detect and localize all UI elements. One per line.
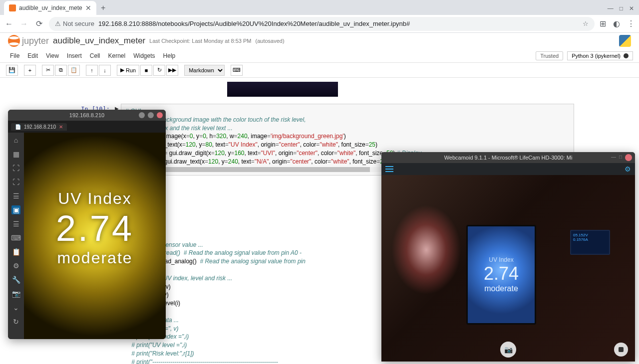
maximize-icon[interactable] <box>148 112 154 118</box>
restart-run-all-button[interactable]: ▶▶ <box>166 65 178 76</box>
menubar: File Edit View Insert Cell Kernel Widget… <box>0 49 639 63</box>
menu-help[interactable]: Help <box>159 52 180 59</box>
capture-button[interactable]: 📷 <box>500 342 516 358</box>
profile-icon[interactable]: ◐ <box>613 19 620 28</box>
cell-type-select[interactable]: Markdown <box>184 65 225 76</box>
menu-cell[interactable]: Cell <box>86 52 104 59</box>
cut-button[interactable]: ✂ <box>42 65 54 76</box>
back-button[interactable]: ← <box>4 19 14 29</box>
vnc-title: 192.168.8.210 <box>69 112 104 118</box>
restart-button[interactable]: ↻ <box>153 65 165 76</box>
url-text: 192.168.8.210:8888/notebooks/Projects/Au… <box>98 20 410 27</box>
folder-icon: 📄 <box>15 124 21 130</box>
menu-insert[interactable]: Insert <box>63 52 86 59</box>
command-palette-button[interactable]: ⌨ <box>231 65 243 76</box>
stop-button[interactable]: ■ <box>140 65 152 76</box>
list-icon[interactable]: ☰ <box>11 191 20 200</box>
menu-icon[interactable]: ☰ <box>11 219 20 228</box>
webcam-titlebar[interactable]: Webcamoid 9.1.1 - Microsoft® LifeCam HD-… <box>381 152 635 163</box>
webcam-toolbar: ⚙ <box>381 163 635 175</box>
menu-file[interactable]: File <box>6 52 23 59</box>
move-down-button[interactable]: ↓ <box>99 65 111 76</box>
address-bar: ← → ⟳ ⚠ Not secure 192.168.8.210:8888/no… <box>0 15 639 33</box>
move-up-button[interactable]: ↑ <box>86 65 98 76</box>
uv-title: UV Index <box>58 189 132 208</box>
wrench-icon[interactable]: 🔧 <box>11 275 20 284</box>
vnc-window[interactable]: 192.168.8.210 📄 192.168.8.210 ✕ ⌂ ▦ ⛶ ⛶ … <box>8 110 166 339</box>
add-cell-button[interactable]: + <box>24 65 36 76</box>
kernel-busy-icon <box>624 53 629 58</box>
minimize-icon[interactable] <box>139 112 145 118</box>
star-icon[interactable]: ☆ <box>583 20 589 27</box>
checkpoint-text: Last Checkpoint: Last Monday at 8:53 PM <box>149 38 251 44</box>
clipboard-icon[interactable]: 📋 <box>11 247 20 256</box>
power-meter: 05.152V 0.1576A <box>570 230 610 255</box>
run-button[interactable]: ▶ Run <box>117 65 139 76</box>
vnc-sidebar: ⌂ ▦ ⛶ ⛶ ☰ ▣ ☰ ⌨ 📋 ⚙ 🔧 📷 ⌄ ↻ <box>8 133 24 339</box>
gear-icon[interactable]: ⚙ <box>11 261 20 270</box>
webcam-title: Webcamoid 9.1.1 - Microsoft® LifeCam HD-… <box>444 155 573 161</box>
record-button[interactable] <box>614 343 628 357</box>
close-icon[interactable] <box>625 154 632 161</box>
output-image <box>227 82 338 97</box>
notebook-name[interactable]: audible_uv_index_meter <box>53 36 145 46</box>
window-close-icon[interactable]: ✕ <box>629 5 634 12</box>
maximize-icon[interactable]: □ <box>619 154 622 161</box>
gear-icon[interactable]: ⚙ <box>625 165 631 173</box>
home-icon[interactable]: ⌂ <box>11 136 20 145</box>
minimize-icon[interactable]: — <box>611 154 616 161</box>
vnc-tab[interactable]: 📄 192.168.8.210 ✕ <box>11 123 67 131</box>
expand-icon[interactable]: ⛶ <box>11 164 20 173</box>
reload-button[interactable]: ⟳ <box>34 19 44 29</box>
vnc-titlebar[interactable]: 192.168.8.210 <box>8 110 166 121</box>
menu-view[interactable]: View <box>42 52 63 59</box>
hamburger-icon[interactable] <box>385 166 393 172</box>
extension-icon[interactable]: ⊞ <box>600 19 606 28</box>
chevron-down-icon[interactable]: ⌄ <box>11 303 20 312</box>
close-tab-icon[interactable]: ✕ <box>85 4 91 12</box>
device-screen: UV Index 2.74 moderate <box>466 225 536 325</box>
webcam-feed: UV Index 2.74 moderate 05.152V 0.1576A 📷 <box>381 175 635 362</box>
trusted-badge[interactable]: Trusted <box>536 51 563 60</box>
jupyter-header: jupyter audible_uv_index_meter Last Chec… <box>0 33 639 49</box>
new-tab-button[interactable]: + <box>96 1 110 15</box>
paste-button[interactable]: 📋 <box>68 65 80 76</box>
menu-widgets[interactable]: Widgets <box>129 52 159 59</box>
jupyter-logo[interactable]: jupyter <box>8 35 49 47</box>
menu-kernel[interactable]: Kernel <box>104 52 130 59</box>
window-maximize-icon[interactable]: □ <box>620 5 623 12</box>
tab-title: audible_uv_index_mete <box>19 4 82 11</box>
camera-icon[interactable]: 📷 <box>11 289 20 298</box>
close-tab-icon[interactable]: ✕ <box>59 124 63 130</box>
not-secure-badge[interactable]: ⚠ Not secure <box>55 20 94 27</box>
python-logo-icon[interactable] <box>619 35 631 47</box>
display-icon[interactable]: ▣ <box>11 205 20 214</box>
jupyter-favicon <box>9 4 16 11</box>
keyboard-icon[interactable]: ⌨ <box>11 233 20 242</box>
kernel-indicator[interactable]: Python 3 (ipykernel) <box>567 51 633 60</box>
browser-tab-strip: audible_uv_index_mete ✕ + — □ ✕ <box>0 0 639 15</box>
warning-icon: ⚠ <box>55 20 61 27</box>
vnc-tab-bar: 📄 192.168.8.210 ✕ <box>8 121 166 133</box>
refresh-icon[interactable]: ↻ <box>11 317 20 326</box>
window-minimize-icon[interactable]: — <box>608 5 614 12</box>
webcam-window[interactable]: Webcamoid 9.1.1 - Microsoft® LifeCam HD-… <box>381 152 635 362</box>
jupyter-logo-icon <box>8 35 20 47</box>
uv-display: UV Index 2.74 moderate <box>24 133 166 339</box>
autosaved-text: (autosaved) <box>256 38 285 44</box>
copy-button[interactable]: ⧉ <box>55 65 67 76</box>
fullscreen-icon[interactable]: ⛶ <box>11 178 20 186</box>
forward-button[interactable]: → <box>19 19 29 29</box>
close-icon[interactable] <box>157 112 163 118</box>
uv-value: 2.74 <box>56 208 134 249</box>
layers-icon[interactable]: ▦ <box>11 150 20 159</box>
save-button[interactable]: 💾 <box>6 65 18 76</box>
menu-edit[interactable]: Edit <box>23 52 42 59</box>
led-glow <box>391 205 461 295</box>
menu-icon[interactable]: ⋮ <box>627 19 635 28</box>
toolbar: 💾 + ✂ ⧉ 📋 ↑ ↓ ▶ Run ■ ↻ ▶▶ Markdown ⌨ <box>0 63 639 78</box>
uv-risk: moderate <box>57 249 132 267</box>
url-field[interactable]: ⚠ Not secure 192.168.8.210:8888/notebook… <box>49 17 595 31</box>
browser-tab[interactable]: audible_uv_index_mete ✕ <box>4 1 96 15</box>
